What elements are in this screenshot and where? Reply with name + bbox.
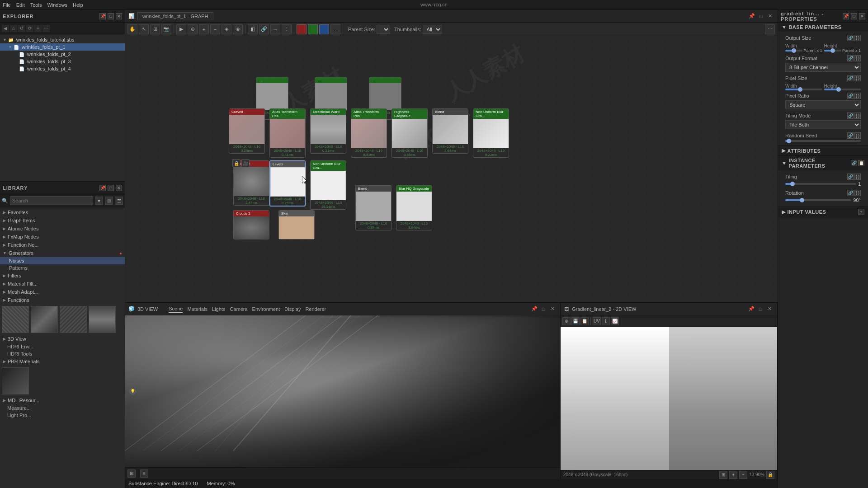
input-values-add-btn[interactable]: + — [858, 209, 864, 215]
view3d-content[interactable]: 💡 — [125, 315, 560, 467]
pixel-width-slider[interactable] — [785, 89, 822, 90]
random-seed-icon1[interactable]: 🔗 — [847, 132, 854, 139]
node-uniform-blur2[interactable]: Non Uniform Blur Gra... 2048×2048 · L162… — [310, 160, 346, 210]
output-format-icon2[interactable]: { } — [854, 55, 861, 61]
light-indicator[interactable]: 💡 — [129, 388, 136, 394]
gtb-show-btn[interactable]: 👁 — [233, 24, 243, 34]
nav3d-renderer[interactable]: Renderer — [305, 305, 326, 313]
v2d-lock-btn[interactable]: 🔒 — [766, 471, 774, 479]
inst-icon1[interactable]: 🔗 — [851, 160, 857, 166]
thumbnails-select[interactable]: All — [423, 25, 442, 34]
lib-item-hdrienv[interactable]: HDRI Env... — [0, 343, 125, 350]
tree-root-file[interactable]: ▼ 📁 wrinkles_folds_tutorial.sbs — [0, 36, 125, 43]
v2d-chart-btn[interactable]: 📈 — [611, 317, 619, 325]
lib-cat-favorites-header[interactable]: ▶ Favorites — [0, 208, 125, 216]
gtb-frame-btn[interactable]: ⊞ — [150, 24, 160, 34]
lib-item-hdritools[interactable]: HDRI Tools — [0, 350, 125, 357]
lib-thumb-4[interactable] — [89, 306, 116, 333]
rotation-slider[interactable] — [785, 199, 851, 201]
gtb-arrow-btn[interactable]: → — [270, 24, 280, 34]
explorer-more-btn[interactable]: ⋯ — [42, 25, 50, 32]
lib-cat-functions-header[interactable]: ▶ Functions — [0, 296, 125, 304]
props-float-btn[interactable]: □ — [851, 13, 857, 19]
library-grid-btn[interactable]: ⊞ — [105, 197, 113, 205]
pixel-size-icon2[interactable]: { } — [854, 75, 861, 81]
lib-thumb-3[interactable] — [60, 306, 87, 333]
menu-file[interactable]: File — [3, 2, 11, 8]
tiling-mode-select[interactable]: Tile Both — [785, 120, 861, 129]
parent-size-select[interactable] — [377, 25, 390, 34]
gtb-extra-btn[interactable]: … — [330, 24, 340, 34]
v2d-info-btn[interactable]: ℹ — [602, 317, 610, 325]
view3d-foot-btn1[interactable]: ⊞ — [127, 469, 136, 478]
gtb-color2-btn[interactable] — [308, 24, 318, 34]
menu-edit[interactable]: Edit — [16, 2, 25, 8]
lib-item-lightpro[interactable]: Light Pro... — [0, 412, 125, 419]
lib-item-noises[interactable]: Noises — [0, 257, 125, 264]
camera-icon[interactable]: 🎥 — [241, 159, 250, 167]
tiling-slider[interactable] — [785, 183, 856, 185]
tree-item-pt3[interactable]: 📄 wrinkles_folds_pt_3 — [0, 58, 125, 65]
nav3d-materials[interactable]: Materials — [187, 305, 208, 313]
gtb-more-btn[interactable]: ⋯ — [765, 24, 775, 34]
nav3d-lights[interactable]: Lights — [212, 305, 225, 313]
v2d-zoom-out-btn[interactable]: − — [739, 471, 747, 479]
gtb-zoom-fit-btn[interactable]: ⊕ — [188, 24, 198, 34]
node-clouds1[interactable]: Clouds 2 2048×2048 · L162.44ms — [233, 160, 269, 206]
gtb-render-btn[interactable]: ▶ — [176, 24, 186, 34]
tiling-mode-icon2[interactable]: { } — [854, 113, 861, 119]
gtb-select-btn[interactable]: ↖ — [139, 24, 149, 34]
gtb-zoom-out-btn[interactable]: − — [210, 24, 220, 34]
lib-cat-filters-header[interactable]: ▶ Filters — [0, 272, 125, 280]
node-atlas2[interactable]: Atlas Transform Pos 2048×2048 · L160.41m… — [351, 108, 387, 158]
rotation-icon2[interactable]: { } — [854, 190, 861, 196]
lock-icon[interactable]: 🔒 — [232, 159, 241, 167]
explorer-float-btn[interactable]: □ — [108, 13, 114, 19]
tree-item-pt1[interactable]: ▼ 📄 wrinkles_folds_pt_1 — [0, 43, 125, 51]
explorer-pin-btn[interactable]: 📌 — [99, 13, 106, 19]
nav3d-camera[interactable]: Camera — [230, 305, 247, 313]
library-float-btn[interactable]: □ — [108, 185, 114, 191]
menu-help[interactable]: Help — [73, 2, 83, 8]
gtb-bg-btn[interactable]: ◧ — [248, 24, 258, 34]
gtb-grid-btn[interactable]: ⋮ — [282, 24, 292, 34]
pixel-height-slider[interactable] — [824, 89, 861, 90]
lib-cat-graphitems-header[interactable]: ▶ Graph Items — [0, 216, 125, 225]
library-close-btn[interactable]: ✕ — [116, 185, 122, 191]
graph-close-btn[interactable]: ✕ — [766, 12, 774, 20]
tree-item-pt2[interactable]: 📄 wrinkles_folds_pt_2 — [0, 51, 125, 58]
input-values-header[interactable]: ▶ INPUT VALUES + — [778, 207, 868, 217]
pixel-ratio-select[interactable]: Square — [785, 100, 861, 109]
v2d-uv-btn[interactable]: UV — [593, 317, 601, 325]
node-clouds2[interactable]: Clouds 2 — [233, 210, 269, 239]
explorer-home-btn[interactable]: ⌂ — [10, 25, 17, 32]
tiling-mode-icon1[interactable]: 🔗 — [847, 113, 854, 119]
output-height-slider[interactable] — [824, 50, 841, 52]
explorer-sync-btn[interactable]: ⟳ — [26, 25, 33, 32]
output-format-icon1[interactable]: 🔗 — [847, 55, 854, 61]
output-width-slider[interactable] — [785, 50, 802, 52]
nav3d-env[interactable]: Environment — [252, 305, 280, 313]
tree-item-pt4[interactable]: 📄 wrinkles_folds_pt_4 — [0, 65, 125, 72]
view2d-close-btn[interactable]: ✕ — [765, 305, 774, 313]
menu-tools[interactable]: Tools — [30, 2, 42, 8]
base-params-header[interactable]: ▼ BASE PARAMETERS — [778, 23, 868, 32]
gtb-zoom-in-btn[interactable]: + — [199, 24, 209, 34]
menu-windows[interactable]: Windows — [47, 2, 67, 8]
lib-thumb-2[interactable] — [31, 306, 58, 333]
view3d-foot-btn2[interactable]: ≡ — [140, 469, 148, 478]
library-list-btn[interactable]: ☰ — [115, 197, 123, 205]
view2d-content[interactable] — [561, 327, 777, 470]
library-pin-btn[interactable]: 📌 — [99, 185, 106, 191]
lib-cat-generators-header[interactable]: ▼ Generators ● — [0, 249, 125, 257]
output-size-code-icon[interactable]: { } — [854, 35, 861, 41]
tiling-icon2[interactable]: { } — [854, 174, 861, 180]
v2d-fit-btn[interactable]: ⊕ — [562, 317, 571, 325]
output-format-select[interactable]: 8 Bit per Channel — [785, 63, 861, 72]
explorer-close-btn[interactable]: ✕ — [116, 13, 122, 19]
explorer-back-btn[interactable]: ◀ — [2, 25, 9, 32]
lib-cat-atomic-header[interactable]: ▶ Atomic Nodes — [0, 225, 125, 233]
gtb-camera-btn[interactable]: 📷 — [161, 24, 171, 34]
lib-cat-3dview-header[interactable]: ▶ 3D View — [0, 335, 125, 343]
search-input[interactable] — [10, 196, 93, 205]
